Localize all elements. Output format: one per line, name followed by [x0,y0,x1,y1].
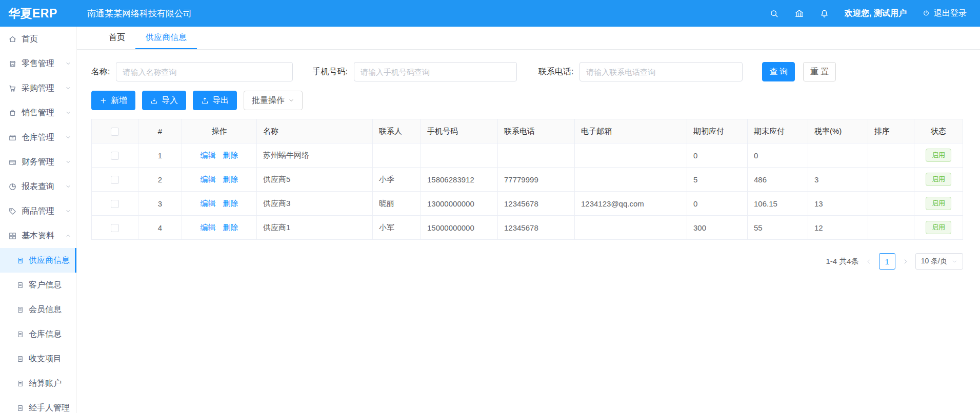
sidebar-item-basic-data[interactable]: 基本资料 [0,223,76,248]
tab-home[interactable]: 首页 [98,27,135,49]
search-icon[interactable] [769,9,779,18]
cell-sort [868,168,914,192]
column-header-name: 名称 [257,119,373,143]
sidebar-subitem-warehouse-info[interactable]: 仓库信息 [0,322,76,346]
name-filter-label: 名称: [91,67,110,77]
delete-link[interactable]: 删除 [223,199,238,208]
sidebar-subitem-handler-mgmt[interactable]: 经手人管理 [0,396,76,413]
cell-email [575,168,687,192]
sidebar-subitem-income-expense[interactable]: 收支项目 [0,346,76,371]
edit-link[interactable]: 编辑 [201,223,216,232]
sidebar-item-home[interactable]: 首页 [0,27,76,51]
chevron-down-icon [65,85,71,91]
cell-contact: 小军 [373,216,421,240]
column-header-ending: 期末应付 [748,119,808,143]
select-all-checkbox[interactable] [111,128,119,136]
cell-ending: 486 [748,168,808,192]
prev-page-icon[interactable] [866,258,872,265]
sidebar-subitem-member-info[interactable]: 会员信息 [0,297,76,322]
next-page-icon[interactable] [902,258,909,265]
page-number[interactable]: 1 [879,253,895,270]
chevron-down-icon [65,60,71,67]
cell-sort [868,216,914,240]
batch-operations-button[interactable]: 批量操作 [244,91,303,110]
doc-icon [16,331,24,338]
sidebar-item-label: 采购管理 [22,83,65,94]
status-badge: 启用 [926,149,951,162]
cell-ending: 55 [748,216,808,240]
sidebar-item-reports[interactable]: 报表查询 [0,174,76,199]
sidebar-subitem-label: 经手人管理 [29,403,71,413]
sidebar-item-sales[interactable]: 销售管理 [0,100,76,125]
table-row: 4 编辑删除 供应商1 小军 15000000000 12345678 300 … [92,216,963,240]
edit-link[interactable]: 编辑 [201,199,216,208]
platform-icon[interactable] [794,9,804,18]
header-actions: 欢迎您, 测试用户 退出登录 [769,8,980,19]
bell-icon[interactable] [819,9,829,18]
toolbar: 新增 导入 导出 批量操作 [91,91,980,110]
sidebar-item-label: 财务管理 [22,157,65,168]
page-size-select[interactable]: 10 条/页 [915,253,963,270]
sidebar-item-label: 仓库管理 [22,132,65,143]
sidebar: 首页零售管理采购管理销售管理仓库管理财务管理报表查询商品管理基本资料供应商信息客… [0,27,77,413]
delete-link[interactable]: 删除 [223,151,238,159]
cell-name: 供应商5 [257,168,373,192]
mobile-filter-label: 手机号码: [312,67,347,77]
goods-icon [8,207,17,216]
sidebar-item-finance[interactable]: 财务管理 [0,150,76,174]
welcome-text: 欢迎您, 测试用户 [845,8,907,19]
import-button[interactable]: 导入 [142,91,186,110]
column-header-tel: 联系电话 [498,119,575,143]
cell-tel: 12345678 [498,216,575,240]
table-row: 2 编辑删除 供应商5 小季 15806283912 77779999 5 48… [92,168,963,192]
cell-tax: 3 [808,168,868,192]
tel-filter-input[interactable] [579,62,743,81]
add-button[interactable]: 新增 [91,91,135,110]
table-row: 3 编辑删除 供应商3 晓丽 13000000000 12345678 1234… [92,192,963,216]
edit-link[interactable]: 编辑 [201,175,216,183]
cell-email [575,216,687,240]
export-button[interactable]: 导出 [193,91,237,110]
delete-link[interactable]: 删除 [223,223,238,232]
sidebar-subitem-settle-account[interactable]: 结算账户 [0,371,76,396]
supplier-table: #操作名称联系人手机号码联系电话电子邮箱期初应付期末应付税率(%)排序状态 1 … [91,119,963,240]
delete-link[interactable]: 删除 [223,175,238,183]
cell-name: 苏州蜗牛网络 [257,143,373,168]
row-checkbox[interactable] [111,200,119,208]
cell-tel: 12345678 [498,192,575,216]
name-filter-input[interactable] [116,62,293,81]
reset-button[interactable]: 重 置 [803,62,836,81]
cell-mobile: 15000000000 [421,216,498,240]
sidebar-subitem-supplier-info[interactable]: 供应商信息 [0,248,76,273]
sidebar-item-purchase[interactable]: 采购管理 [0,76,76,100]
cell-index: 2 [138,168,182,192]
cell-tax [808,143,868,168]
logout-button[interactable]: 退出登录 [922,8,967,19]
row-checkbox[interactable] [111,224,119,232]
sidebar-item-goods[interactable]: 商品管理 [0,199,76,223]
sidebar-item-label: 零售管理 [22,58,65,69]
sidebar-menu: 首页零售管理采购管理销售管理仓库管理财务管理报表查询商品管理基本资料供应商信息客… [0,27,76,413]
box-icon [8,133,17,142]
sidebar-subitem-label: 仓库信息 [29,329,71,340]
logout-label: 退出登录 [934,8,967,19]
cell-ending: 106.15 [748,192,808,216]
row-checkbox[interactable] [111,152,119,160]
edit-link[interactable]: 编辑 [201,151,216,159]
mobile-filter-input[interactable] [354,62,517,81]
cell-tax: 13 [808,192,868,216]
sidebar-item-warehouse[interactable]: 仓库管理 [0,125,76,150]
cell-contact: 小季 [373,168,421,192]
tab-supplier-info[interactable]: 供应商信息 [135,27,197,49]
batch-operations-label: 批量操作 [252,95,285,106]
sidebar-subitem-label: 收支项目 [29,354,71,364]
search-button[interactable]: 查 询 [762,62,795,81]
sidebar-subitem-label: 客户信息 [29,280,71,291]
export-button-label: 导出 [212,95,229,106]
sidebar-item-label: 基本资料 [22,231,65,241]
cell-name: 供应商1 [257,216,373,240]
sidebar-subitem-customer-info[interactable]: 客户信息 [0,273,76,297]
row-checkbox[interactable] [111,176,119,184]
sidebar-item-retail[interactable]: 零售管理 [0,51,76,76]
column-header-index: # [138,119,182,143]
